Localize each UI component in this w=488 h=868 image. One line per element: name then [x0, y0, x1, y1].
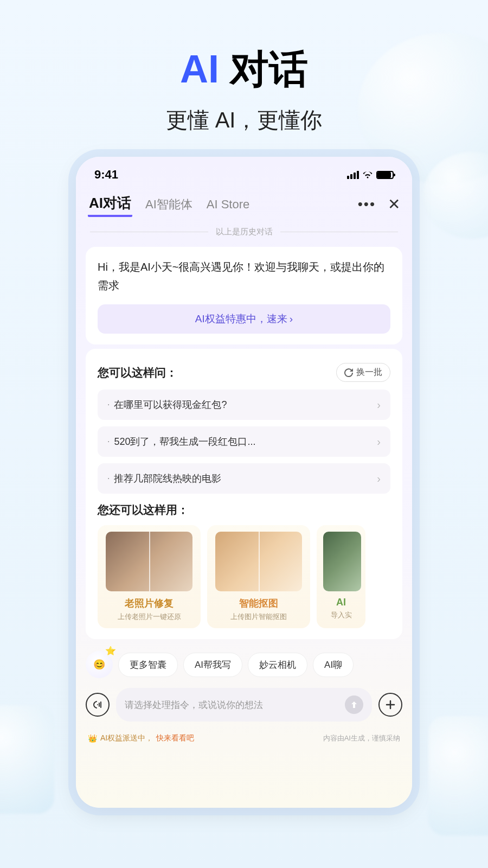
feature-card-photo-restore[interactable]: 老照片修复 上传老照片一键还原	[98, 525, 201, 628]
features-title: 您还可以这样用：	[98, 502, 390, 518]
history-divider-text: 以上是历史对话	[216, 227, 273, 237]
feature-image	[106, 532, 192, 591]
feature-title: 智能抠图	[214, 597, 304, 610]
chevron-right-icon: ›	[377, 473, 381, 485]
suggestions-card: 您可以这样问： 换一批 · 在哪里可以获得现金红包? › · 520到了，帮我生…	[86, 349, 402, 639]
suggestion-item[interactable]: · 520到了，帮我生成一段红包口... ›	[98, 426, 390, 457]
feature-subtitle: 上传图片智能抠图	[214, 612, 304, 622]
status-time: 9:41	[94, 168, 118, 182]
chip-chat[interactable]: AI聊	[313, 653, 354, 677]
tab-ai-agent[interactable]: AI智能体	[144, 194, 194, 215]
chevron-right-icon: ›	[377, 436, 381, 448]
mascot-icon[interactable]: 😊	[86, 651, 113, 678]
chevron-right-icon: ›	[377, 399, 381, 411]
close-icon[interactable]: ✕	[388, 195, 400, 213]
voice-button[interactable]	[86, 693, 110, 717]
feature-subtitle: 上传老照片一键还原	[104, 612, 194, 622]
send-button[interactable]	[345, 695, 363, 714]
promo-text: AI权益特惠中，速来	[195, 312, 287, 326]
input-placeholder: 请选择处理指令，或说说你的想法	[125, 699, 339, 711]
tab-ai-store[interactable]: AI Store	[206, 195, 251, 214]
hero-subtitle: 更懂 AI，更懂你	[0, 105, 488, 135]
feature-subtitle: 导入实	[323, 610, 359, 620]
bullet-icon: ·	[107, 400, 110, 410]
suggestion-item[interactable]: · 在哪里可以获得现金红包? ›	[98, 390, 390, 420]
input-row: 请选择处理指令，或说说你的想法	[76, 682, 412, 729]
refresh-button[interactable]: 换一批	[336, 363, 390, 382]
suggestions-title: 您可以这样问：	[98, 365, 177, 380]
footer-bar: 👑 AI权益派送中， 快来看看吧 内容由AI生成，谨慎采纳	[76, 729, 412, 743]
arrow-up-icon	[350, 700, 358, 709]
hero-title-rest: 对话	[219, 47, 308, 91]
battery-icon	[376, 171, 394, 179]
footer-promo-text: AI权益派送中，	[100, 733, 153, 743]
promo-banner[interactable]: AI权益特惠中，速来 ›	[98, 304, 390, 334]
suggestion-text: 在哪里可以获得现金红包?	[114, 398, 373, 411]
suggestion-text: 520到了，帮我生成一段红包口...	[114, 435, 373, 448]
refresh-icon	[344, 368, 353, 377]
chevron-right-icon: ›	[290, 313, 293, 325]
history-divider: 以上是历史对话	[76, 221, 412, 242]
phone-mockup: 9:41 AI对话 AI智能体 AI Store ••• ✕ 以上是历史对话 H…	[76, 157, 412, 808]
more-icon[interactable]: •••	[358, 196, 376, 213]
feature-card-ai[interactable]: AI 导入实	[317, 525, 365, 628]
chat-input[interactable]: 请选择处理指令，或说说你的想法	[116, 688, 372, 722]
feature-image	[215, 532, 302, 591]
greeting-text: Hi，我是AI小天~很高兴遇见你！欢迎与我聊天，或提出你的需求	[98, 258, 390, 295]
bullet-icon: ·	[107, 474, 110, 483]
wifi-icon	[362, 171, 373, 179]
status-bar: 9:41	[76, 157, 412, 186]
add-button[interactable]	[378, 693, 402, 717]
voice-wave-icon	[92, 699, 103, 710]
chip-row: 😊 更多智囊 AI帮我写 妙云相机 AI聊	[76, 643, 412, 682]
top-tabs: AI对话 AI智能体 AI Store ••• ✕	[76, 186, 412, 221]
footer-promo-link: 快来看看吧	[156, 733, 194, 743]
feature-title: AI	[323, 597, 359, 608]
suggestion-item[interactable]: · 推荐几部院线热映的电影 ›	[98, 463, 390, 494]
cellular-icon	[347, 171, 359, 179]
hero-title: AI 对话	[0, 43, 488, 95]
footer-disclaimer: 内容由AI生成，谨慎采纳	[323, 733, 400, 743]
tab-ai-chat[interactable]: AI对话	[88, 192, 132, 217]
chip-write[interactable]: AI帮我写	[183, 653, 242, 677]
feature-image	[323, 532, 361, 591]
refresh-label: 换一批	[356, 367, 382, 378]
greeting-card: Hi，我是AI小天~很高兴遇见你！欢迎与我聊天，或提出你的需求 AI权益特惠中，…	[86, 247, 402, 344]
footer-promo[interactable]: 👑 AI权益派送中， 快来看看吧	[88, 733, 194, 743]
feature-title: 老照片修复	[104, 597, 194, 610]
bullet-icon: ·	[107, 437, 110, 446]
chip-camera[interactable]: 妙云相机	[248, 653, 307, 677]
plus-icon	[385, 699, 396, 710]
feature-card-cutout[interactable]: 智能抠图 上传图片智能抠图	[207, 525, 310, 628]
hero-title-ai: AI	[180, 47, 219, 91]
crown-icon: 👑	[88, 734, 97, 743]
chip-more[interactable]: 更多智囊	[118, 653, 178, 677]
suggestion-text: 推荐几部院线热映的电影	[114, 472, 373, 485]
